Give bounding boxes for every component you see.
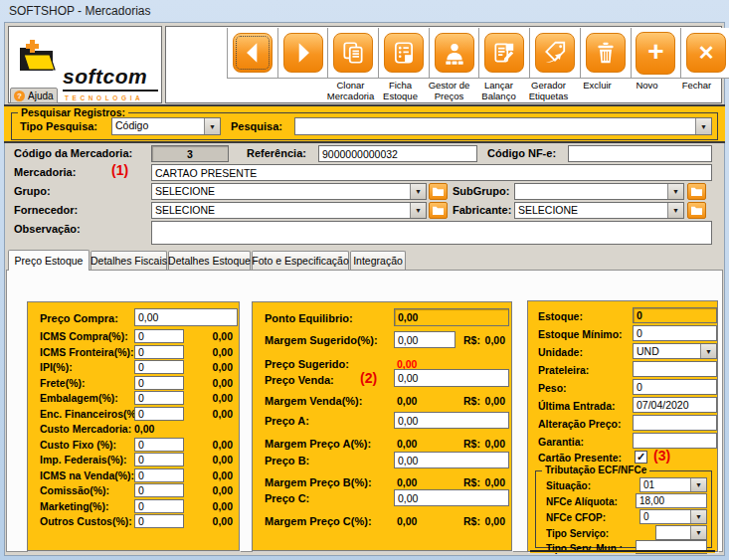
dropdown-arrow-icon[interactable]: ▼ [690, 478, 706, 491]
cost-row-input[interactable] [134, 345, 184, 359]
observacao-textarea[interactable] [151, 221, 712, 245]
grupo-folder-button[interactable] [429, 183, 448, 200]
preco-venda-label: Preço Venda: [265, 374, 334, 386]
gerador-etiquetas-button[interactable] [529, 28, 580, 78]
preco-compra-input[interactable] [134, 308, 238, 326]
lancar-balanco-button[interactable] [478, 28, 529, 78]
help-button[interactable]: ? Ajuda [10, 88, 58, 103]
tab-detalhes-estoque[interactable]: Detalhes Estoque [168, 251, 251, 270]
ultima-entrada-input[interactable] [633, 397, 717, 413]
dropdown-arrow-icon[interactable]: ▼ [410, 203, 426, 218]
mercadoria-input[interactable] [151, 164, 712, 181]
dropdown-arrow-icon[interactable]: ▼ [690, 510, 706, 523]
fabricante-folder-button[interactable] [687, 202, 706, 219]
cost-row-input[interactable] [134, 499, 184, 513]
subgrupo-label: SubGrupo: [453, 185, 509, 197]
dropdown-arrow-icon[interactable]: ▼ [695, 118, 711, 134]
preco-venda-input[interactable] [394, 369, 509, 387]
cost-row-input[interactable] [134, 514, 184, 528]
previous-record-button[interactable] [227, 28, 277, 78]
cost-row-input[interactable] [134, 438, 184, 452]
peso-input[interactable] [633, 379, 717, 395]
pesquisa-value [295, 118, 695, 134]
fornecedor-select[interactable]: SELECIONE ▼ [151, 202, 427, 219]
cost-row-input[interactable] [134, 360, 184, 374]
balance-document-icon [484, 33, 524, 73]
cost-row-input[interactable] [134, 468, 184, 482]
cost-row-result: 0,00 [188, 377, 233, 389]
unidade-select[interactable]: UND ▼ [633, 343, 717, 359]
cost-row-result: 0,00 [188, 361, 233, 373]
cost-panel: Preço Compra: ICMS Compra(%): 0,00 ICMS … [27, 301, 240, 551]
cost-row-result: 0,00 [188, 408, 233, 420]
cost-row-input[interactable] [134, 376, 184, 390]
preco-a-input[interactable] [394, 412, 509, 429]
cost-row-label: IPI(%): [40, 361, 73, 373]
dropdown-arrow-icon[interactable]: ▼ [700, 344, 716, 358]
alteracao-preco-input[interactable] [633, 415, 717, 431]
ponto-equilibrio-label: Ponto Equilibrio: [265, 312, 353, 324]
dropdown-arrow-icon[interactable]: ▼ [204, 118, 220, 134]
nfce-cfop-select[interactable]: 0 ▼ [639, 509, 707, 524]
brand-tagline: TECNOLOGIA [65, 94, 143, 101]
cost-row-input[interactable] [134, 453, 184, 467]
clonar-mercadoria-button[interactable] [327, 28, 378, 78]
preco-sugerido-label: Preço Sugerido: [265, 358, 349, 370]
toolbar-label: Novo [623, 81, 671, 92]
tab-detalhes-fiscais[interactable]: Detalhes Fiscais [91, 251, 167, 270]
custo-mercadoria-value: 0,00 [134, 423, 154, 435]
rs-value: 0,00 [460, 515, 505, 527]
codigo-nfe-input[interactable] [568, 145, 712, 162]
fabricante-select[interactable]: SELECIONE ▼ [514, 202, 684, 219]
nfce-aliquota-input[interactable] [636, 493, 707, 508]
grupo-select[interactable]: SELECIONE ▼ [151, 183, 427, 200]
cost-row-result: 0,00 [188, 392, 233, 404]
ficha-estoque-button[interactable] [378, 28, 429, 78]
toolbar-label: Fechar [672, 81, 721, 92]
prateleira-input[interactable] [633, 361, 717, 377]
preco-b-input[interactable] [394, 452, 509, 468]
estoque-label: Estoque: [538, 310, 583, 322]
mercadoria-label: Mercadoria: [14, 166, 76, 178]
tipo-pesquisa-select[interactable]: Código ▼ [111, 117, 221, 135]
fornecedor-folder-button[interactable] [429, 202, 448, 219]
tab-foto-especificacao[interactable]: Foto e Especificação [252, 251, 349, 270]
cost-row-label: ICMS Fronteira(%): [40, 346, 134, 358]
subgrupo-select[interactable]: ▼ [514, 183, 684, 200]
cost-row-label: Marketing(%): [40, 500, 108, 512]
dropdown-arrow-icon[interactable]: ▼ [690, 526, 706, 539]
novo-button[interactable]: + [631, 28, 681, 78]
tab-preco-estoque[interactable]: Preço Estoque [8, 250, 90, 271]
dropdown-arrow-icon[interactable]: ▼ [410, 184, 426, 199]
cartao-presente-checkbox[interactable]: ✓ [635, 451, 647, 464]
referencia-input[interactable] [318, 145, 477, 162]
estoque-minimo-input[interactable] [633, 325, 717, 341]
cost-row-input[interactable] [134, 407, 184, 421]
dropdown-arrow-icon[interactable]: ▼ [667, 203, 683, 218]
nfce-cfop-value: 0 [640, 510, 690, 523]
cost-row-result: 0,00 [188, 469, 233, 481]
rs-value: 0,00 [460, 438, 505, 450]
situacao-select[interactable]: 01 ▼ [639, 477, 707, 492]
fechar-button[interactable]: ✕ [680, 28, 729, 78]
subgrupo-folder-button[interactable] [687, 183, 706, 200]
cost-row-input[interactable] [134, 483, 184, 497]
tab-integracao[interactable]: Integração [350, 251, 406, 270]
preco-c-input[interactable] [394, 489, 509, 506]
ultima-entrada-label: Última Entrada: [538, 400, 616, 412]
dropdown-arrow-icon[interactable]: ▼ [667, 184, 683, 199]
pesquisa-select[interactable]: ▼ [294, 117, 712, 135]
cutoff-panel-edge [530, 550, 715, 553]
cost-row-result: 0,00 [188, 484, 233, 496]
label-tag-icon [535, 33, 575, 73]
tipo-servico-select[interactable]: ▼ [655, 525, 707, 540]
cost-row-label: ICMS na Venda(%): [40, 469, 134, 481]
gestor-de-precos-button[interactable] [429, 28, 479, 78]
excluir-button[interactable] [580, 28, 631, 78]
next-record-button[interactable] [277, 28, 328, 78]
cost-row-input[interactable] [134, 391, 184, 405]
garantia-input[interactable] [633, 433, 717, 449]
margem-sugerido-input[interactable] [394, 331, 456, 348]
situacao-label: Situação: [546, 480, 591, 491]
cost-row-input[interactable] [134, 329, 184, 343]
